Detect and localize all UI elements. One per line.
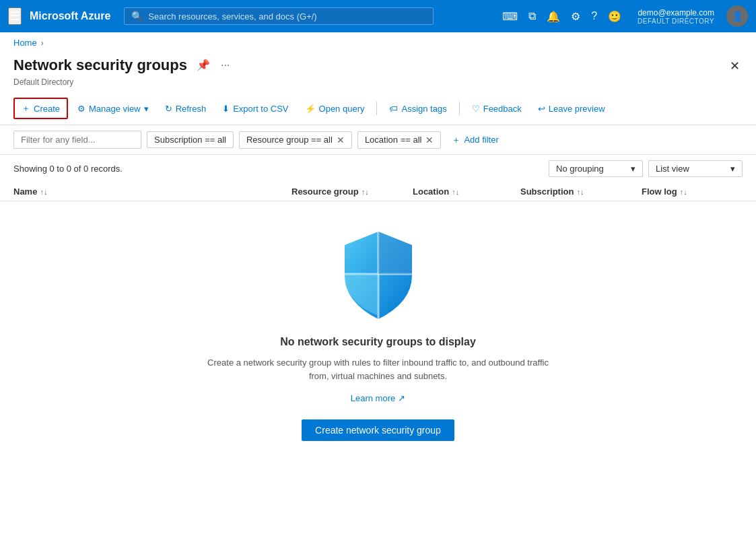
leave-preview-icon: ↩ <box>538 104 545 114</box>
search-input[interactable] <box>148 11 426 22</box>
table-header: Name ↑↓ Resource group ↑↓ Location ↑↓ Su… <box>0 182 756 201</box>
tag-icon: 🏷 <box>389 104 398 114</box>
filter-tag-location-close[interactable]: ✕ <box>425 135 434 145</box>
col-flow-log-sort-icon: ↑↓ <box>680 188 687 196</box>
toolbar-separator-2 <box>459 102 460 115</box>
assign-tags-label: Assign tags <box>401 104 446 114</box>
filter-tag-resource-group: Resource group == all ✕ <box>239 131 352 149</box>
notifications-icon[interactable]: 🔔 <box>544 7 563 26</box>
filter-tag-subscription-label: Subscription == all <box>154 135 226 145</box>
create-button[interactable]: ＋ Create <box>13 98 68 119</box>
view-dropdown[interactable]: List view ▾ <box>648 160 743 177</box>
records-bar-right: No grouping ▾ List view ▾ <box>549 160 743 177</box>
view-value: List view <box>656 164 689 174</box>
add-filter-icon: ＋ <box>452 134 460 146</box>
refresh-label: Refresh <box>176 104 207 114</box>
page-header: Network security groups 📌 ··· ✕ <box>0 53 756 76</box>
page-subtitle: Default Directory <box>0 76 756 92</box>
feedback-icon: ♡ <box>472 104 480 114</box>
grouping-chevron-icon: ▾ <box>631 164 635 174</box>
portal-settings-icon[interactable]: ⧉ <box>526 7 539 25</box>
feedback-smiley-icon[interactable]: 🙂 <box>605 7 624 26</box>
col-name-sort-icon: ↑↓ <box>40 188 47 196</box>
page-title: Network security groups <box>13 57 187 74</box>
chevron-down-icon: ▾ <box>144 104 149 114</box>
settings-icon[interactable]: ⚙ <box>568 7 583 26</box>
records-count: Showing 0 to 0 of 0 records. <box>13 164 123 174</box>
breadcrumb-home[interactable]: Home <box>13 38 37 48</box>
leave-preview-label: Leave preview <box>549 104 605 114</box>
empty-title: No network security groups to display <box>280 336 476 348</box>
col-location[interactable]: Location ↑↓ <box>413 186 520 197</box>
records-bar: Showing 0 to 0 of 0 records. No grouping… <box>0 155 756 182</box>
col-name[interactable]: Name ↑↓ <box>13 186 291 197</box>
azure-logo: Microsoft Azure <box>30 10 110 22</box>
open-query-label: Open query <box>319 104 365 114</box>
query-icon: ⚡ <box>305 104 316 114</box>
filter-bar: Subscription == all Resource group == al… <box>0 125 756 155</box>
create-nsg-button[interactable]: Create network security group <box>302 419 454 441</box>
toolbar-separator-1 <box>376 102 377 115</box>
learn-more-link[interactable]: Learn more ↗ <box>351 393 405 403</box>
col-resource-group-label: Resource group <box>291 186 359 197</box>
close-button[interactable]: ✕ <box>727 56 743 76</box>
export-icon: ⬇ <box>222 104 230 114</box>
leave-preview-button[interactable]: ↩ Leave preview <box>531 100 612 117</box>
grouping-value: No grouping <box>556 164 604 174</box>
col-location-sort-icon: ↑↓ <box>452 188 459 196</box>
manage-view-label: Manage view <box>89 104 141 114</box>
create-label: Create <box>34 104 60 114</box>
assign-tags-button[interactable]: 🏷 Assign tags <box>382 100 453 117</box>
search-box[interactable]: 🔍 <box>124 7 434 25</box>
toolbar: ＋ Create ⚙ Manage view ▾ ↻ Refresh ⬇ Exp… <box>0 92 756 125</box>
col-subscription-sort-icon: ↑↓ <box>576 188 584 196</box>
col-resource-group-sort-icon: ↑↓ <box>362 188 369 196</box>
col-subscription[interactable]: Subscription ↑↓ <box>520 186 642 197</box>
grouping-dropdown[interactable]: No grouping ▾ <box>549 160 643 177</box>
hamburger-menu[interactable]: ☰ <box>8 7 22 25</box>
refresh-button[interactable]: ↻ Refresh <box>158 100 213 117</box>
empty-state: No network security groups to display Cr… <box>0 201 756 468</box>
refresh-icon: ↻ <box>165 104 172 114</box>
shield-illustration <box>338 228 419 322</box>
export-csv-button[interactable]: ⬇ Export to CSV <box>215 100 295 117</box>
breadcrumb-separator: › <box>41 38 44 48</box>
more-options-icon[interactable]: ··· <box>218 57 232 74</box>
main-content: Home › Network security groups 📌 ··· ✕ D… <box>0 32 756 544</box>
open-query-button[interactable]: ⚡ Open query <box>298 100 372 117</box>
empty-description: Create a network security group with rul… <box>197 356 560 382</box>
page-header-icons: 📌 ··· <box>194 56 232 74</box>
feedback-button[interactable]: ♡ Feedback <box>465 100 528 117</box>
top-nav: ☰ Microsoft Azure 🔍 ⌨ ⧉ 🔔 ⚙ ? 🙂 demo@exa… <box>0 0 756 32</box>
col-flow-log[interactable]: Flow log ↑↓ <box>642 186 743 197</box>
col-subscription-label: Subscription <box>520 186 574 197</box>
filter-tag-location-label: Location == all <box>365 135 422 145</box>
help-icon[interactable]: ? <box>588 7 600 25</box>
user-directory: DEFAULT DIRECTORY <box>638 18 714 25</box>
search-icon: 🔍 <box>131 11 143 22</box>
pin-icon[interactable]: 📌 <box>194 56 213 74</box>
col-name-label: Name <box>13 186 37 197</box>
feedback-label: Feedback <box>483 104 522 114</box>
export-csv-label: Export to CSV <box>233 104 288 114</box>
breadcrumb: Home › <box>0 32 756 53</box>
add-filter-button[interactable]: ＋ Add filter <box>446 131 504 149</box>
user-info: demo@example.com DEFAULT DIRECTORY <box>638 8 714 25</box>
add-filter-label: Add filter <box>464 135 498 145</box>
col-flow-log-label: Flow log <box>642 186 677 197</box>
user-email: demo@example.com <box>638 8 714 18</box>
user-avatar[interactable]: 👤 <box>726 5 748 27</box>
filter-input[interactable] <box>13 131 141 149</box>
external-link-icon: ↗ <box>398 393 405 403</box>
manage-view-button[interactable]: ⚙ Manage view ▾ <box>71 100 156 117</box>
plus-icon: ＋ <box>22 102 30 114</box>
filter-tag-location: Location == all ✕ <box>357 131 442 149</box>
cloud-shell-icon[interactable]: ⌨ <box>500 7 520 26</box>
filter-tag-subscription: Subscription == all <box>147 131 234 148</box>
col-location-label: Location <box>413 186 449 197</box>
view-chevron-icon: ▾ <box>730 164 735 174</box>
topnav-icon-group: ⌨ ⧉ 🔔 ⚙ ? 🙂 <box>500 7 624 26</box>
learn-more-label: Learn more <box>351 393 395 403</box>
filter-tag-resource-group-close[interactable]: ✕ <box>337 135 345 145</box>
col-resource-group[interactable]: Resource group ↑↓ <box>291 186 413 197</box>
